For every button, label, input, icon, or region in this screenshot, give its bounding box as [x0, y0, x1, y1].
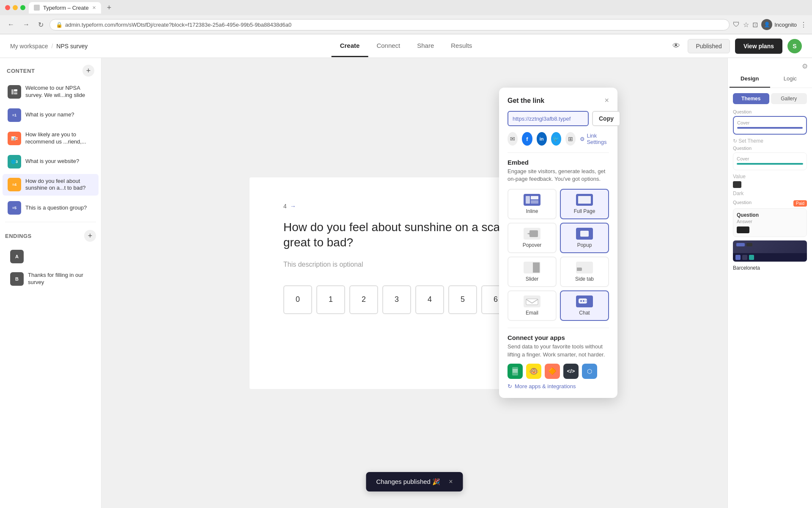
- new-tab-btn[interactable]: +: [104, 3, 114, 12]
- question-card-3[interactable]: Question Answer: [733, 208, 807, 237]
- back-btn[interactable]: ←: [5, 19, 17, 30]
- minimize-dot[interactable]: [13, 5, 18, 10]
- mailchimp-icon[interactable]: 🐵: [526, 364, 541, 379]
- embed-option-fullpage[interactable]: Full Page: [560, 189, 609, 219]
- code-icon[interactable]: </>: [563, 364, 579, 379]
- tab-results[interactable]: Results: [442, 35, 480, 57]
- svg-rect-2: [14, 92, 17, 94]
- email-share-icon[interactable]: ✉: [508, 132, 518, 146]
- incognito-badge[interactable]: 👤 Incognito: [761, 19, 797, 30]
- toast-close-btn[interactable]: ×: [449, 478, 453, 486]
- settings-icon[interactable]: ⚙: [802, 62, 808, 70]
- tab-favicon: [34, 5, 40, 11]
- sidebar-item-q3[interactable]: 🌐3 What is your website?: [3, 151, 99, 172]
- cover-label-1: Cover: [737, 120, 803, 125]
- svg-rect-1: [14, 89, 17, 91]
- scale-btn-5[interactable]: 5: [448, 285, 477, 314]
- scale-btn-1[interactable]: 1: [316, 285, 345, 314]
- svg-rect-5: [531, 196, 538, 199]
- facebook-share-icon[interactable]: f: [522, 132, 532, 146]
- question-card-2[interactable]: Cover: [733, 152, 807, 170]
- link-input[interactable]: [508, 111, 589, 126]
- themes-tab[interactable]: Themes: [733, 93, 769, 104]
- browser-tab[interactable]: Typeform – Create ✕: [29, 2, 101, 14]
- copy-btn[interactable]: Copy: [592, 111, 620, 126]
- bookmark-icon[interactable]: ☆: [743, 21, 749, 29]
- swatch-2: [742, 255, 747, 260]
- sidebar-item-slide[interactable]: Welcome to our NPSA survey. We wil...ing…: [3, 81, 99, 103]
- sidebar-item-q2[interactable]: 📊2 How likely are you to recommend us ..…: [3, 127, 99, 149]
- popup-label: Popup: [577, 242, 592, 248]
- apps-row: 🐵 🔶 </> ⬡: [508, 364, 609, 379]
- endings-add-btn[interactable]: +: [84, 230, 96, 242]
- color-bar-2: [737, 163, 803, 165]
- sidebar-item-q4[interactable]: ≡4 How do you feel about sunshine on a..…: [3, 174, 99, 196]
- svg-rect-13: [580, 231, 589, 237]
- embed-option-chat[interactable]: Chat: [560, 290, 609, 321]
- embed-option-slider[interactable]: Slider: [508, 257, 557, 287]
- toast-notification: Changes published 🎉 ×: [366, 472, 463, 491]
- grid-share-icon[interactable]: ⊞: [565, 132, 576, 146]
- zapier-icon[interactable]: ⬡: [582, 364, 597, 379]
- right-panel-top: ⚙: [728, 58, 812, 70]
- sidebar-content-label: Content: [7, 68, 35, 74]
- link-settings-btn[interactable]: ⚙ Link Settings: [580, 133, 609, 145]
- user-avatar[interactable]: S: [787, 39, 802, 53]
- extension-icon[interactable]: 🛡: [733, 21, 740, 28]
- linkedin-share-icon[interactable]: in: [537, 132, 547, 146]
- color-bar-1: [737, 127, 803, 129]
- embed-option-popup[interactable]: Popup: [560, 223, 609, 253]
- incognito-avatar: 👤: [761, 19, 772, 30]
- preview-btn[interactable]: 👁: [670, 39, 683, 53]
- q-number: 4: [283, 203, 287, 210]
- question-card-1[interactable]: Cover: [733, 116, 807, 135]
- published-btn[interactable]: Published: [688, 39, 730, 53]
- forward-btn[interactable]: →: [20, 19, 32, 30]
- sidebar-ending-b[interactable]: B Thanks for filling in our survey: [5, 268, 96, 290]
- tab-share[interactable]: Share: [409, 35, 442, 57]
- close-dot[interactable]: [5, 5, 10, 10]
- social-icons: ✉ f in 🐦 ⊞ ⚙ Link Settings: [508, 132, 609, 146]
- scale-btn-4[interactable]: 4: [415, 285, 444, 314]
- tab-design[interactable]: Design: [730, 70, 770, 88]
- popup-close-btn[interactable]: ×: [604, 96, 609, 105]
- hubspot-icon[interactable]: 🔶: [545, 364, 560, 379]
- tab-close-btn[interactable]: ✕: [92, 5, 96, 11]
- breadcrumb-workspace[interactable]: My workspace: [10, 43, 48, 50]
- theme-preview[interactable]: [733, 240, 807, 262]
- tab-connect[interactable]: Connect: [368, 35, 409, 57]
- sidebar-item-q5[interactable]: ≡5 This is a question group?: [3, 197, 99, 218]
- slider-embed-icon: [524, 262, 540, 273]
- svg-point-23: [583, 300, 584, 302]
- theme-preview-bottom: [733, 253, 807, 262]
- address-bar[interactable]: 🔒 admin.typeform.com/form/sWDtsfDj/creat…: [49, 19, 730, 30]
- split-view-icon[interactable]: ⊡: [752, 21, 758, 29]
- embed-option-inline[interactable]: Inline: [508, 189, 557, 219]
- endings-label: Endings: [5, 233, 32, 239]
- embed-option-email[interactable]: Email: [508, 290, 557, 321]
- tab-create[interactable]: Create: [332, 35, 368, 57]
- twitter-share-icon[interactable]: 🐦: [551, 132, 561, 146]
- card3-header: Question Paid: [733, 200, 807, 207]
- sidebar-item-q1[interactable]: ≡1 What is your name?: [3, 105, 99, 126]
- inline-embed-icon: [524, 194, 540, 206]
- embed-option-sidetab[interactable]: Side tab: [560, 257, 609, 287]
- more-integrations-btn[interactable]: ↻ More apps & integrations: [508, 383, 609, 389]
- menu-btn[interactable]: ⋮: [800, 21, 807, 29]
- maximize-dot[interactable]: [20, 5, 25, 10]
- google-sheets-icon[interactable]: [508, 364, 523, 379]
- sidebar-ending-a[interactable]: A: [5, 246, 96, 267]
- right-panel-body: Themes Gallery Question Cover ↻ Set Them…: [728, 88, 812, 508]
- view-plans-btn[interactable]: View plans: [735, 39, 782, 54]
- scale-btn-0[interactable]: 0: [283, 285, 312, 314]
- gallery-tab[interactable]: Gallery: [771, 93, 807, 104]
- tab-logic[interactable]: Logic: [770, 70, 811, 88]
- scale-btn-3[interactable]: 3: [382, 285, 411, 314]
- sidebar-add-btn[interactable]: +: [82, 65, 94, 77]
- more-integrations-label: More apps & integrations: [515, 383, 576, 389]
- embed-option-popover[interactable]: Popover: [508, 223, 557, 253]
- theme-preview-items: [733, 240, 807, 249]
- refresh-btn[interactable]: ↻: [36, 19, 46, 30]
- scale-btn-2[interactable]: 2: [349, 285, 378, 314]
- incognito-label: Incognito: [774, 22, 797, 28]
